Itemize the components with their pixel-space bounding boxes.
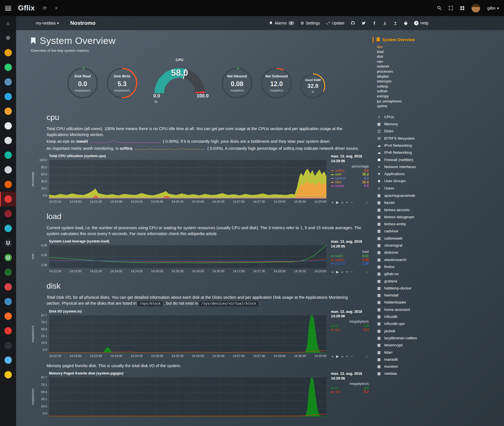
sidebar-app-item-app-cyan[interactable] bbox=[0, 221, 16, 236]
menu-section-item[interactable]: ☻ User Groups bbox=[377, 177, 504, 184]
user-avatar[interactable] bbox=[471, 4, 480, 13]
menu-app-item[interactable]: ▦ monitorr bbox=[377, 363, 504, 370]
legend-row[interactable]: nice 20.4 bbox=[331, 180, 369, 184]
menu-system-overview[interactable]: System Overview bbox=[373, 37, 504, 43]
sidebar-app-item-app-light-2[interactable] bbox=[0, 133, 16, 148]
menu-sub-item[interactable]: idlejitter bbox=[377, 74, 504, 79]
resize-handle[interactable]: ↕ bbox=[366, 200, 368, 204]
menu-app-item[interactable]: ▦ cadvisor bbox=[377, 228, 504, 235]
menu-section-item[interactable]: ⊟ BTRFS filesystem bbox=[377, 135, 504, 142]
menu-app-item[interactable]: ▦ gitlab-ce bbox=[377, 270, 504, 277]
user-menu[interactable]: gilbn ▾ bbox=[487, 6, 499, 10]
resize-handle[interactable]: ↕ bbox=[366, 354, 368, 358]
easy-gauge[interactable]: Disk Read 0.0 megabytes/s bbox=[66, 66, 99, 100]
menu-app-item[interactable]: ▦ chronograf bbox=[377, 242, 504, 249]
sidebar-app-item-app-light-1[interactable] bbox=[0, 119, 16, 133]
menu-app-item[interactable]: ▦ diskover bbox=[377, 249, 504, 256]
play-button[interactable]: ▶ bbox=[336, 354, 339, 358]
sidebar-app-item-app-heimdall[interactable] bbox=[0, 294, 16, 309]
zoom-in-button[interactable]: + bbox=[346, 354, 348, 358]
sidebar-app-item-app-airsonic[interactable] bbox=[0, 89, 16, 104]
settings-button[interactable]: ⚙ Settings bbox=[300, 21, 320, 25]
play-button[interactable]: ▶ bbox=[336, 270, 339, 274]
hamburger-menu-icon[interactable] bbox=[5, 6, 11, 10]
resize-handle[interactable]: ↕ bbox=[366, 270, 368, 274]
sidebar-app-item-app-search[interactable] bbox=[0, 104, 16, 119]
easy-gauge[interactable]: Disk Write 5.3 megabytes/s bbox=[105, 66, 139, 100]
pgpgio-chart-plot[interactable] bbox=[49, 377, 326, 416]
menu-app-item[interactable]: ▦ hiddenloader bbox=[377, 299, 504, 306]
menu-section-item[interactable]: ☁ IPv6 Networking bbox=[377, 149, 504, 156]
sidebar-app-item-settings[interactable]: ⚙ bbox=[0, 31, 16, 45]
menu-app-item[interactable]: ▦ influxdb-ups bbox=[377, 320, 504, 327]
sidebar-app-item-app-tools[interactable] bbox=[0, 162, 16, 177]
menu-section-item[interactable]: ▦ Memory bbox=[377, 121, 504, 128]
legend-row[interactable]: out -5.3 bbox=[331, 328, 369, 332]
menu-app-item[interactable]: ▦ home-assistant bbox=[377, 306, 504, 313]
legend-row[interactable]: iowait 0.0 bbox=[331, 184, 369, 188]
load-chart-plot[interactable] bbox=[49, 245, 326, 268]
facebook-icon[interactable] bbox=[372, 21, 377, 25]
legend-row[interactable]: user 35.3 bbox=[331, 173, 369, 177]
sidebar-app-item-app-u-dark[interactable]: U bbox=[0, 236, 16, 250]
menu-app-item[interactable]: ▦ influxdb bbox=[377, 313, 504, 320]
zoom-in-button[interactable]: + bbox=[346, 200, 348, 204]
legend-row[interactable]: load1 6.51 bbox=[331, 254, 369, 258]
menu-sub-item[interactable]: cpu bbox=[377, 44, 504, 50]
menu-app-item[interactable]: ▦ elasticsearch bbox=[377, 256, 504, 263]
menu-sub-item[interactable]: processes bbox=[377, 69, 504, 74]
menu-app-item[interactable]: ▦ grafana bbox=[377, 278, 504, 285]
legend-row[interactable]: in 0.0 bbox=[331, 386, 369, 390]
menu-sub-item[interactable]: softnet bbox=[377, 89, 504, 94]
sidebar-app-item-app-shield[interactable] bbox=[0, 192, 16, 206]
download-icon[interactable] bbox=[383, 21, 387, 25]
legend-row[interactable]: load5 2.68 bbox=[331, 258, 369, 262]
menu-app-item[interactable]: ▦ netdata bbox=[377, 370, 504, 377]
menu-app-item[interactable]: ▦ binhex-airsonic bbox=[377, 206, 504, 213]
menu-sub-item[interactable]: network bbox=[377, 64, 504, 69]
menu-app-item[interactable]: ▦ lazylibrarian-calibre bbox=[377, 334, 504, 342]
zoom-in-button[interactable]: + bbox=[346, 270, 348, 274]
search-icon[interactable] bbox=[437, 6, 442, 10]
sidebar-app-item-app-dark-green[interactable] bbox=[0, 265, 16, 280]
menu-sub-item[interactable]: ram bbox=[377, 59, 504, 64]
menu-sub-item[interactable]: softirqs bbox=[377, 84, 504, 89]
close-icon[interactable]: × bbox=[55, 6, 58, 11]
menu-sub-item[interactable]: entropy bbox=[377, 94, 504, 99]
sidebar-app-item-app-u-green[interactable]: U bbox=[0, 250, 16, 265]
menu-app-item[interactable]: ▦ apacheguacamole bbox=[377, 192, 504, 199]
play-button[interactable]: ▶ bbox=[336, 200, 339, 204]
menu-section-item[interactable]: ◫ Disks bbox=[377, 128, 504, 135]
easy-gauge[interactable]: Used RAM 32.8 % bbox=[299, 72, 326, 99]
cpu-gauge[interactable]: CPU 58.0 0.0 100.0 % bbox=[151, 62, 209, 97]
menu-app-item[interactable]: ▦ letsencrypt bbox=[377, 342, 504, 349]
sidebar-app-item-app-plex[interactable] bbox=[0, 45, 16, 60]
menu-app-item[interactable]: ▦ jackett bbox=[377, 327, 504, 334]
pan-right-button[interactable]: » bbox=[341, 270, 343, 274]
zoom-out-button[interactable]: − bbox=[351, 354, 353, 358]
refresh-icon[interactable]: ⟳ bbox=[43, 6, 47, 11]
sidebar-app-item-home[interactable]: ⌂ bbox=[0, 16, 16, 31]
menu-sub-item[interactable]: ipc semaphores bbox=[377, 99, 504, 104]
menu-app-item[interactable]: ▦ lidarr bbox=[377, 349, 504, 356]
sidebar-app-item-app-stack[interactable] bbox=[0, 75, 16, 89]
menu-app-item[interactable]: ▦ hddtemp-docker bbox=[377, 285, 504, 292]
menu-sub-item[interactable]: load bbox=[377, 50, 504, 55]
menu-section-item[interactable]: ⚡ CPUs bbox=[377, 113, 504, 121]
sidebar-app-item-app-sabnzbd[interactable] bbox=[0, 367, 16, 382]
menu-sub-item[interactable]: uptime bbox=[377, 104, 504, 109]
sidebar-app-item-app-red-down[interactable] bbox=[0, 324, 16, 338]
pan-left-button[interactable]: « bbox=[331, 200, 333, 204]
menu-app-item[interactable]: ▦ heimdall bbox=[377, 292, 504, 299]
alarms-button[interactable]: Alarms 2 bbox=[269, 21, 294, 25]
github-icon[interactable] bbox=[351, 21, 355, 25]
sidebar-app-item-app-teal-bolt[interactable] bbox=[0, 148, 16, 162]
menu-app-item[interactable]: ▦ mariadb bbox=[377, 356, 504, 363]
menu-app-item[interactable]: ▦ calibreweb bbox=[377, 235, 504, 242]
legend-row[interactable]: out -5.2 bbox=[331, 390, 369, 394]
easy-gauge[interactable]: Net Inbound 0.08 megabits/s bbox=[220, 66, 254, 100]
pan-right-button[interactable]: » bbox=[341, 200, 343, 204]
legend-row[interactable]: in 0.0 bbox=[331, 324, 369, 328]
menu-section-item[interactable]: ☺ Users bbox=[377, 185, 504, 192]
menu-section-item[interactable]: ☁ IPv4 Networking bbox=[377, 142, 504, 149]
